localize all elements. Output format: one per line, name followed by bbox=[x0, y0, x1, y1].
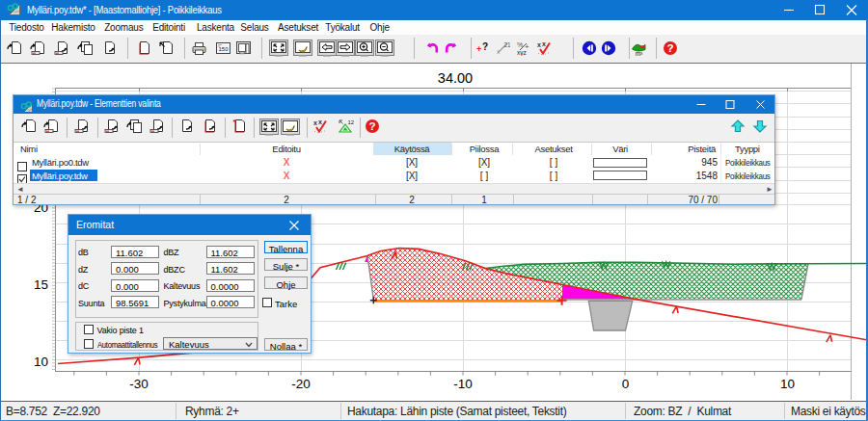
svg-text:-30: -30 bbox=[129, 377, 149, 391]
svg-text:15: 15 bbox=[34, 277, 48, 292]
svg-text:x: x bbox=[318, 118, 322, 125]
svg-text:x: x bbox=[313, 118, 317, 125]
svg-text:34.00: 34.00 bbox=[438, 70, 473, 86]
svg-text:12: 12 bbox=[348, 119, 355, 125]
svg-text:0: 0 bbox=[622, 377, 630, 391]
svg-text:-20: -20 bbox=[291, 377, 311, 391]
svg-text:10: 10 bbox=[34, 355, 48, 369]
svg-text:-10: -10 bbox=[453, 377, 473, 391]
svg-text:?: ? bbox=[368, 120, 375, 132]
svg-text:10: 10 bbox=[780, 377, 795, 391]
